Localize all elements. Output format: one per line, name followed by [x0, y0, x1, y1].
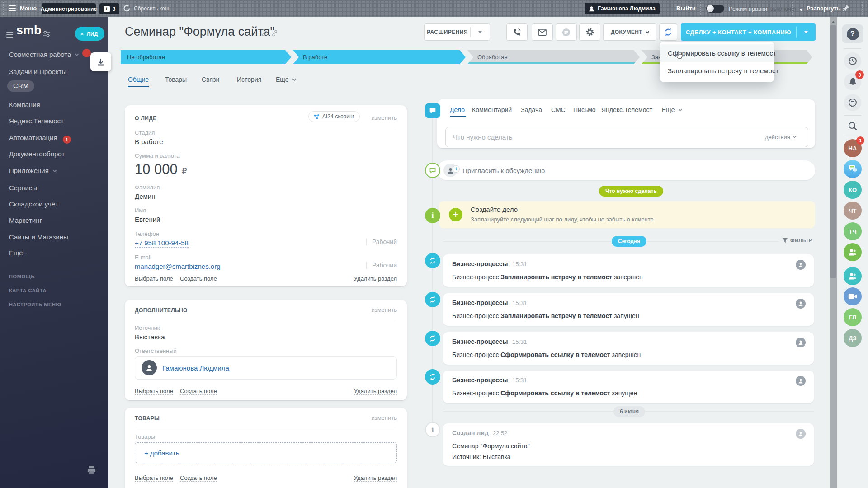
select-field-link[interactable]: Выбрать поле [135, 275, 173, 282]
history-button[interactable] [844, 52, 861, 70]
administration-button[interactable]: Администрирование [42, 3, 96, 14]
select-field-link[interactable]: Выбрать поле [135, 388, 173, 395]
chat-history-button[interactable] [844, 94, 861, 111]
scrollbar-thumb[interactable] [830, 25, 836, 278]
tab-more[interactable]: Еще [276, 76, 296, 83]
invite-discussion-row[interactable]: + Пригласить к обсуждению [437, 160, 815, 180]
tab-history[interactable]: История [237, 76, 261, 83]
add-product-box[interactable]: + добавить [135, 442, 397, 463]
timeline-entry[interactable]: Бизнес-процессы 15:31 Бизнес-процесс Сфо… [443, 371, 814, 403]
timeline-entry[interactable]: Бизнес-процессы 15:31 Бизнес-процесс Сфо… [443, 332, 814, 365]
expand-button[interactable]: Развернуть [807, 5, 840, 12]
add-product-link[interactable]: + добавить [144, 449, 179, 457]
filter-button[interactable]: ФИЛЬТР [779, 238, 816, 243]
feed-tab-sms[interactable]: СМС [551, 106, 566, 113]
stage-not-processed[interactable]: Не обработан [121, 50, 291, 64]
call-button[interactable] [506, 23, 528, 41]
sidebar-hamburger-icon[interactable] [6, 31, 13, 39]
feed-tab-more[interactable]: Еще [662, 106, 682, 113]
pin-icon[interactable] [842, 4, 850, 12]
timeline-entry[interactable]: Бизнес-процессы 15:31 Бизнес-процесс Зап… [443, 293, 814, 326]
clear-cache-button[interactable]: Сбросить кеш [134, 5, 169, 12]
telemost-button[interactable] [659, 23, 677, 41]
person-icon[interactable] [796, 376, 806, 386]
sidebar-item-marketing[interactable]: Маркетинг [9, 216, 42, 224]
select-field-link[interactable]: Выбрать поле [135, 474, 173, 482]
cta-dropdown-arrow[interactable] [797, 29, 816, 35]
scroll-up-arrow[interactable] [831, 19, 835, 23]
create-field-link[interactable]: Создать поле [180, 474, 217, 482]
sidebar-item-services[interactable]: Сервисы [9, 184, 37, 192]
avatar[interactable] [796, 429, 806, 439]
tab-general[interactable]: Общие [128, 76, 149, 83]
copy-link-icon[interactable] [271, 30, 278, 37]
ai-scoring-badge[interactable]: AI24-скоринг [308, 111, 360, 122]
logout-button[interactable]: Выйти [676, 5, 696, 12]
video-chat-avatar[interactable] [844, 287, 862, 305]
settings-button[interactable] [579, 23, 600, 41]
email-button[interactable] [532, 23, 553, 41]
feed-tab-comment[interactable]: Комментарий [472, 106, 512, 113]
sidebar-help-link[interactable]: ПОМОЩЬ [9, 274, 35, 279]
sidebar-item-company[interactable]: Компания [9, 101, 40, 108]
sidebar-item-tasks[interactable]: Задачи и Проекты [9, 68, 66, 75]
chat-disabled-button[interactable] [556, 23, 577, 41]
group-chat-avatar[interactable] [844, 267, 862, 285]
collapse-menu-button[interactable] [90, 52, 111, 71]
logo[interactable]: smb [16, 23, 42, 38]
chat-button[interactable] [844, 160, 862, 178]
edit-mode-toggle[interactable] [706, 5, 724, 13]
phone-link[interactable]: +7 958 100-94-58 [135, 239, 189, 248]
extensions-dropdown-arrow[interactable] [471, 29, 490, 35]
printer-icon[interactable] [87, 465, 96, 474]
create-deal-contact-company-button[interactable]: СДЕЛКУ + КОНТАКТ + КОМПАНИЮ [681, 23, 816, 41]
plus-icon[interactable]: + [449, 208, 462, 221]
responsible-box[interactable]: Гамаюнова Людмила [135, 356, 397, 380]
feed-tab-task[interactable]: Задача [521, 106, 542, 113]
person-icon[interactable] [796, 299, 806, 309]
tab-products[interactable]: Товары [165, 76, 187, 83]
sidebar-sitemap-link[interactable]: КАРТА САЙТА [9, 288, 47, 293]
scrollbar[interactable] [830, 17, 837, 488]
sidebar-item-crm-active[interactable]: CRM [7, 80, 34, 92]
menu-hamburger-icon[interactable] [9, 4, 16, 12]
edit-link[interactable]: изменить [371, 414, 397, 421]
person-icon[interactable] [796, 260, 806, 270]
recent-chat-avatar[interactable]: ГЛ [844, 308, 862, 326]
edit-link[interactable]: изменить [371, 114, 397, 121]
person-icon[interactable] [796, 338, 806, 347]
extensions-split-button[interactable]: РАСШИРЕНИЯ [424, 23, 490, 41]
delete-section-link[interactable]: Удалить раздел [354, 474, 397, 482]
close-icon[interactable]: × [80, 30, 84, 38]
sidebar-item-inventory[interactable]: Складской учёт [9, 200, 58, 208]
sidebar-item-apps[interactable]: Приложения [9, 167, 56, 174]
group-chat-avatar[interactable] [844, 243, 862, 261]
create-field-link[interactable]: Создать поле [180, 275, 217, 282]
sidebar-item-docflow[interactable]: Документооборот [9, 150, 65, 158]
feed-tab-telemost[interactable]: Яндекс.Телемост [601, 106, 652, 113]
sidebar-item-automation[interactable]: Автоматизация 1 [9, 134, 71, 144]
sidebar-item-collaboration[interactable]: Совместная работа [9, 51, 78, 58]
stage-processed[interactable]: Обработан [467, 50, 640, 64]
delete-section-link[interactable]: Удалить раздел [354, 388, 397, 395]
sidebar-configure-menu-link[interactable]: НАСТРОИТЬ МЕНЮ [9, 302, 61, 307]
todo-input[interactable] [445, 127, 808, 147]
recent-chat-avatar[interactable]: КО [844, 181, 862, 199]
menu-item-schedule-meeting[interactable]: Запланировать встречу в телемост [660, 62, 774, 80]
edit-title-pencil-icon[interactable] [261, 30, 268, 37]
delete-section-link[interactable]: Удалить раздел [354, 275, 397, 282]
current-user-button[interactable]: Гамаюнова Людмила [585, 3, 660, 14]
sidebar-item-more[interactable]: Ещё - [9, 249, 27, 257]
edit-link[interactable]: изменить [371, 306, 397, 313]
lead-entity-pill[interactable]: × ЛИД [75, 27, 104, 41]
email-link[interactable]: manadger@smartbiznes.org [135, 263, 220, 270]
sliders-icon[interactable] [43, 31, 50, 37]
help-button[interactable]: ? [842, 24, 863, 43]
feed-tab-activity[interactable]: Дело [450, 106, 465, 113]
topbar-menu-button[interactable]: Меню [20, 5, 37, 12]
recent-chat-avatar[interactable]: ДЗ [844, 329, 862, 347]
responsible-name-link[interactable]: Гамаюнова Людмила [162, 364, 229, 372]
recent-chat-avatar[interactable]: ТЧ [844, 222, 862, 240]
actions-dropdown[interactable]: действия [765, 134, 796, 141]
refresh-icon[interactable] [123, 5, 131, 12]
